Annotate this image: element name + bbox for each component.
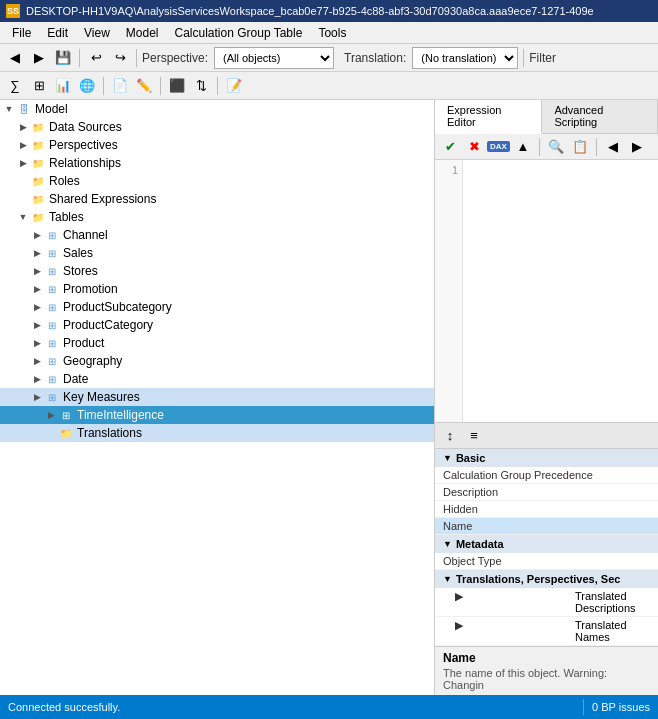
tree-item-keymeasures[interactable]: ▶ ⊞ Key Measures — [0, 388, 434, 406]
menu-calculation-group-table[interactable]: Calculation Group Table — [167, 24, 311, 42]
menu-view[interactable]: View — [76, 24, 118, 42]
expand-sales: ▶ — [30, 246, 44, 260]
expand-promotion: ▶ — [30, 282, 44, 296]
expand-stores: ▶ — [30, 264, 44, 278]
folder-icon-datasources: 📁 — [30, 120, 46, 134]
toolbar-grid-btn[interactable]: ⊞ — [28, 75, 50, 97]
editor-sep1 — [539, 138, 540, 156]
sort-asc-btn[interactable]: ↕ — [439, 425, 461, 447]
status-left: Connected succesfully. — [8, 701, 575, 713]
tree-model-label: Model — [35, 102, 68, 116]
folder-icon-sharedexpressions: 📁 — [30, 192, 46, 206]
folder-icon-translations: 📁 — [58, 426, 74, 440]
editor-area[interactable]: 1 — [435, 160, 658, 423]
toolbar-script-btn[interactable]: 📝 — [223, 75, 245, 97]
table-icon-productcategory: ⊞ — [44, 318, 60, 332]
folder-icon-roles: 📁 — [30, 174, 46, 188]
props-row-translated-desc: ▶ Translated Descriptions — [435, 588, 658, 617]
toolbar-cols-btn[interactable]: ⬛ — [166, 75, 188, 97]
menu-file[interactable]: File — [4, 24, 39, 42]
toolbar-forward-btn[interactable]: ▶ — [28, 47, 50, 69]
tree-item-geography[interactable]: ▶ ⊞ Geography — [0, 352, 434, 370]
expand-tables: ▼ — [16, 210, 30, 224]
expand-roles — [16, 174, 30, 188]
tree-item-productcategory[interactable]: ▶ ⊞ ProductCategory — [0, 316, 434, 334]
toolbar-arrow-btn[interactable]: ⇅ — [190, 75, 212, 97]
menu-tools[interactable]: Tools — [310, 24, 354, 42]
translations-chevron: ▼ — [443, 574, 452, 584]
tree-item-channel[interactable]: ▶ ⊞ Channel — [0, 226, 434, 244]
toolbar-edit-btn[interactable]: ✏️ — [133, 75, 155, 97]
tree-label-geography: Geography — [63, 354, 122, 368]
tree-label-keymeasures: Key Measures — [63, 390, 140, 404]
toolbar-save-btn[interactable]: 💾 — [52, 47, 74, 69]
toolbar-chart-btn[interactable]: 📊 — [52, 75, 74, 97]
toolbar-doc-btn[interactable]: 📄 — [109, 75, 131, 97]
title-bar: SS DESKTOP-HH1V9AQ\AnalysisServicesWorks… — [0, 0, 658, 22]
table-icon-product: ⊞ — [44, 336, 60, 350]
editor-copy-btn[interactable]: 📋 — [569, 136, 591, 158]
toolbar-sep5 — [160, 77, 161, 95]
tree-item-translations[interactable]: 📁 Translations — [0, 424, 434, 442]
editor-left-btn[interactable]: ◀ — [602, 136, 624, 158]
tree-item-product[interactable]: ▶ ⊞ Product — [0, 334, 434, 352]
tree-item-perspectives[interactable]: ▶ 📁 Perspectives — [0, 136, 434, 154]
props-row-name: Name — [435, 518, 658, 535]
tree-item-sales[interactable]: ▶ ⊞ Sales — [0, 244, 434, 262]
expand-model: ▼ — [2, 102, 16, 116]
tree-item-date[interactable]: ▶ ⊞ Date — [0, 370, 434, 388]
window-title: DESKTOP-HH1V9AQ\AnalysisServicesWorkspac… — [26, 5, 594, 17]
name-label: Name — [443, 520, 563, 532]
menu-model[interactable]: Model — [118, 24, 167, 42]
editor-up-btn[interactable]: ▲ — [512, 136, 534, 158]
tree-item-datasources[interactable]: ▶ 📁 Data Sources — [0, 118, 434, 136]
tree-item-timeintelligence[interactable]: ▶ ⊞ TimeIntelligence — [0, 406, 434, 424]
toolbar-sigma-btn[interactable]: ∑ — [4, 75, 26, 97]
tree-panel: ▼ 🗄 Model ▶ 📁 Data Sources ▶ 📁 Perspecti… — [0, 100, 435, 695]
toolbar-sep3 — [523, 49, 524, 67]
line-numbers: 1 — [435, 160, 463, 422]
editor-search-btn[interactable]: 🔍 — [545, 136, 567, 158]
toolbar-globe-btn[interactable]: 🌐 — [76, 75, 98, 97]
translation-select[interactable]: (No translation) — [412, 47, 518, 69]
tree-item-promotion[interactable]: ▶ ⊞ Promotion — [0, 280, 434, 298]
tree-label-timeintelligence: TimeIntelligence — [77, 408, 164, 422]
translations-section-header[interactable]: ▼ Translations, Perspectives, Sec — [435, 570, 658, 588]
name-footer-desc: The name of this object. Warning: Changi… — [443, 667, 650, 691]
tab-expression-editor[interactable]: Expression Editor — [435, 100, 542, 134]
tree-item-stores[interactable]: ▶ ⊞ Stores — [0, 262, 434, 280]
toolbar-sep4 — [103, 77, 104, 95]
basic-section-header[interactable]: ▼ Basic — [435, 449, 658, 467]
toolbar-redo-btn[interactable]: ↪ — [109, 47, 131, 69]
tree-item-roles[interactable]: 📁 Roles — [0, 172, 434, 190]
description-label: Description — [443, 486, 563, 498]
toolbar-back-btn[interactable]: ◀ — [4, 47, 26, 69]
tree-item-sharedexpressions[interactable]: 📁 Shared Expressions — [0, 190, 434, 208]
tree-model-root[interactable]: ▼ 🗄 Model — [0, 100, 434, 118]
table-icon-promotion: ⊞ — [44, 282, 60, 296]
toolbar-undo-btn[interactable]: ↩ — [85, 47, 107, 69]
props-row-object-type: Object Type — [435, 553, 658, 570]
folder-icon-tables: 📁 — [30, 210, 46, 224]
editor-right-btn[interactable]: ▶ — [626, 136, 648, 158]
editor-sep2 — [596, 138, 597, 156]
toolbar-sep2 — [136, 49, 137, 67]
tab-advanced-scripting[interactable]: Advanced Scripting — [542, 100, 658, 133]
table-icon-keymeasures: ⊞ — [44, 390, 60, 404]
folder-icon-relationships: 📁 — [30, 156, 46, 170]
tree-item-relationships[interactable]: ▶ 📁 Relationships — [0, 154, 434, 172]
metadata-section-title: Metadata — [456, 538, 504, 550]
menu-bar: File Edit View Model Calculation Group T… — [0, 22, 658, 44]
expand-channel: ▶ — [30, 228, 44, 242]
perspective-select[interactable]: (All objects) — [214, 47, 334, 69]
check-btn[interactable]: ✔ — [439, 136, 461, 158]
editor-toolbar: ✔ ✖ DAX ▲ 🔍 📋 ◀ ▶ — [435, 134, 658, 160]
props-list-btn[interactable]: ≡ — [463, 425, 485, 447]
table-icon-productsubcategory: ⊞ — [44, 300, 60, 314]
menu-edit[interactable]: Edit — [39, 24, 76, 42]
tree-item-tables[interactable]: ▼ 📁 Tables — [0, 208, 434, 226]
metadata-section-header[interactable]: ▼ Metadata — [435, 535, 658, 553]
cancel-btn[interactable]: ✖ — [463, 136, 485, 158]
tree-item-productsubcategory[interactable]: ▶ ⊞ ProductSubcategory — [0, 298, 434, 316]
props-toolbar: ↕ ≡ — [435, 423, 658, 449]
